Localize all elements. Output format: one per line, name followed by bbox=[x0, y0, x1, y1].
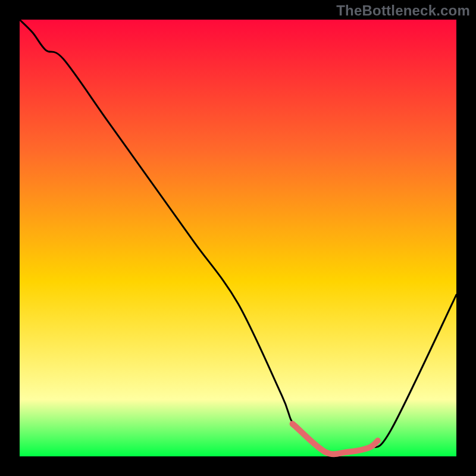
gradient-background bbox=[20, 20, 456, 456]
chart-stage: TheBottleneck.com bbox=[0, 0, 476, 476]
bottleneck-plot bbox=[0, 0, 476, 476]
